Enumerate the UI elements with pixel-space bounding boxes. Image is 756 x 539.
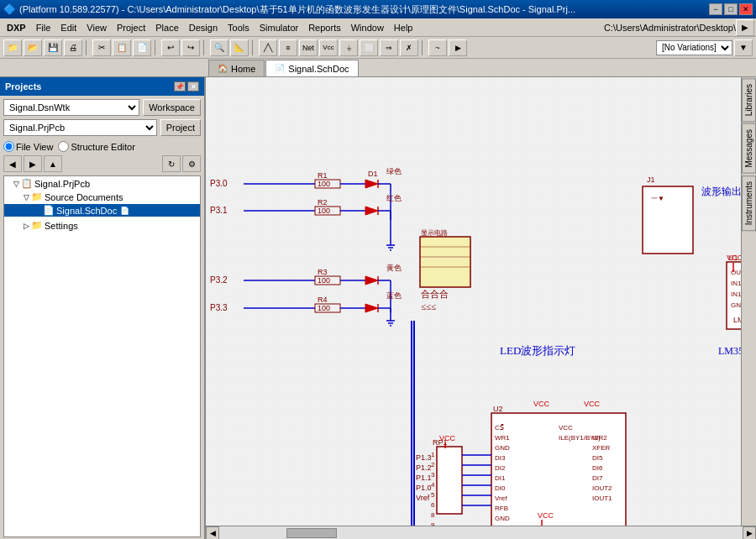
project-dropdown[interactable]: Signal.PrjPcb <box>3 119 157 136</box>
svg-text:2: 2 <box>431 461 435 468</box>
no-erc-button[interactable]: ✗ <box>400 39 418 56</box>
tree-node-project: ▽ 📋 Signal.PrjPcb ▽ 📁 Source Documents <box>4 176 200 233</box>
tree-settings-button[interactable]: ⚙ <box>182 155 201 172</box>
tree-forward-button[interactable]: ▶ <box>24 155 42 172</box>
panel-controls: 📌 ✕ <box>174 81 199 92</box>
menu-file[interactable]: File <box>31 21 56 34</box>
svg-text:合合合: 合合合 <box>421 289 449 299</box>
menu-reports[interactable]: Reports <box>303 21 346 34</box>
tree-refresh-button[interactable]: ↻ <box>162 155 181 172</box>
file-view-label: File View <box>16 142 53 152</box>
messages-tab[interactable]: Messages <box>742 123 756 174</box>
project-button[interactable]: Project <box>160 119 201 136</box>
svg-text:U2: U2 <box>493 405 503 413</box>
redo-button[interactable]: ↪ <box>181 39 200 56</box>
tab-signal[interactable]: 📄 Signal.SchDoc <box>265 60 358 76</box>
file-view-radio-label[interactable]: File View <box>3 141 53 152</box>
tree-row-schdoc[interactable]: 📄 Signal.SchDoc 📄 <box>4 204 200 217</box>
tree-node-settings: ▷ 📁 Settings <box>4 218 200 233</box>
print-button[interactable]: 🖨 <box>64 39 82 56</box>
menu-view[interactable]: View <box>81 21 112 34</box>
hscroll-right-button[interactable]: ▶ <box>743 526 756 540</box>
comp-button[interactable]: ⬜ <box>360 39 378 56</box>
project-label: Signal.PrjPcb <box>34 179 90 189</box>
save-button[interactable]: 💾 <box>44 39 62 56</box>
menu-tools[interactable]: Tools <box>223 21 255 34</box>
zoom-button[interactable]: 🔍 <box>210 39 228 56</box>
hscroll-track[interactable] <box>219 526 743 539</box>
title-text: (Platform 10.589.22577) - C:\Users\Admin… <box>19 3 709 16</box>
svg-text:DI2: DI2 <box>495 464 506 472</box>
workspace-button[interactable]: Workspace <box>143 99 201 116</box>
wire-button[interactable]: ╱╲ <box>259 39 277 56</box>
menu-simulator[interactable]: Simulator <box>255 21 303 34</box>
variations-dropdown[interactable]: [No Variations] <box>656 40 732 55</box>
menu-project[interactable]: Project <box>112 21 150 34</box>
settings-expand-icon[interactable]: ▷ <box>21 222 31 230</box>
close-button[interactable]: ✕ <box>739 3 753 15</box>
svg-text:LM358: LM358 <box>733 316 741 324</box>
svg-text:GND: GND <box>731 301 741 309</box>
menu-help[interactable]: Help <box>389 21 418 34</box>
new-button[interactable]: 📁 <box>3 39 22 56</box>
svg-text:P1.1: P1.1 <box>416 474 432 482</box>
svg-text:IN1-: IN1- <box>731 280 741 287</box>
paste-button[interactable]: 📄 <box>133 39 151 56</box>
svg-text:VCC: VCC <box>533 400 550 408</box>
structure-view-radio-label[interactable]: Structure Editor <box>58 141 134 152</box>
variations-expand[interactable]: ▼ <box>734 39 753 56</box>
copy-button[interactable]: 📋 <box>113 39 131 56</box>
structure-view-label: Structure Editor <box>71 142 134 152</box>
svg-text:WR2: WR2 <box>592 434 607 442</box>
svg-text:DI0: DI0 <box>495 484 506 492</box>
panel-pin-button[interactable]: 📌 <box>174 81 186 92</box>
path-navigate-button[interactable]: ▶ <box>736 19 754 36</box>
tree-node-schdoc: 📄 Signal.SchDoc 📄 <box>4 203 200 217</box>
open-button[interactable]: 📂 <box>24 39 42 56</box>
path-label: C:\Users\Administrator\Desktop\ <box>604 23 736 33</box>
port-button[interactable]: ⇒ <box>380 39 398 56</box>
hscroll-left-button[interactable]: ◀ <box>206 526 219 540</box>
svg-text:GND: GND <box>495 515 510 522</box>
schematic-area[interactable]: LED波形指示灯 P3.0 R1 100 D1 <box>206 77 741 526</box>
project-expand-icon[interactable]: ▽ <box>11 180 21 188</box>
tree-row-settings[interactable]: ▷ 📁 Settings <box>4 219 200 232</box>
file-view-radio[interactable] <box>3 141 14 152</box>
menu-design[interactable]: Design <box>184 21 223 34</box>
svg-text:P3.1: P3.1 <box>210 206 228 215</box>
svg-text:CS̄: CS̄ <box>495 424 504 432</box>
tab-signal-label: Signal.SchDoc <box>288 64 349 74</box>
tree-row-project[interactable]: ▽ 📋 Signal.PrjPcb <box>4 177 200 190</box>
tree-up-button[interactable]: ▲ <box>44 155 62 172</box>
bus-button[interactable]: ≡ <box>279 39 297 56</box>
undo-button[interactable]: ↩ <box>161 39 180 56</box>
libraries-tab[interactable]: Libraries <box>742 78 756 122</box>
gnd-button[interactable]: ⏚ <box>339 39 358 56</box>
minimize-button[interactable]: − <box>709 3 722 15</box>
panel-close-button[interactable]: ✕ <box>187 81 199 92</box>
instruments-tab[interactable]: Instruments <box>742 175 756 231</box>
tree-row-source-docs[interactable]: ▽ 📁 Source Documents <box>4 191 200 203</box>
menu-dxp[interactable]: DXP <box>2 21 31 34</box>
power-button[interactable]: Vcc <box>319 39 338 56</box>
svg-text:DI6: DI6 <box>592 464 603 472</box>
source-docs-expand-icon[interactable]: ▽ <box>21 193 31 201</box>
menu-window[interactable]: Window <box>346 21 389 34</box>
cut-button[interactable]: ✂ <box>92 39 111 56</box>
net-button[interactable]: Net <box>299 39 318 56</box>
tab-home[interactable]: 🏠 Home <box>208 60 265 76</box>
svg-text:P1.2: P1.2 <box>416 463 432 472</box>
menu-place[interactable]: Place <box>150 21 184 34</box>
measure-button[interactable]: 📐 <box>230 39 249 56</box>
menu-edit[interactable]: Edit <box>55 21 81 34</box>
svg-text:OUT1: OUT1 <box>731 269 741 276</box>
run-button[interactable]: ▶ <box>449 39 467 56</box>
tree-back-button[interactable]: ◀ <box>3 155 22 172</box>
svg-rect-97 <box>437 447 462 514</box>
workspace-dropdown[interactable]: Signal.DsnWtk <box>3 99 139 116</box>
hscroll-thumb[interactable] <box>286 528 337 538</box>
sim-button[interactable]: ~ <box>428 39 447 56</box>
svg-text:VCC: VCC <box>538 511 554 520</box>
structure-view-radio[interactable] <box>58 141 69 152</box>
maximize-button[interactable]: □ <box>724 3 738 15</box>
